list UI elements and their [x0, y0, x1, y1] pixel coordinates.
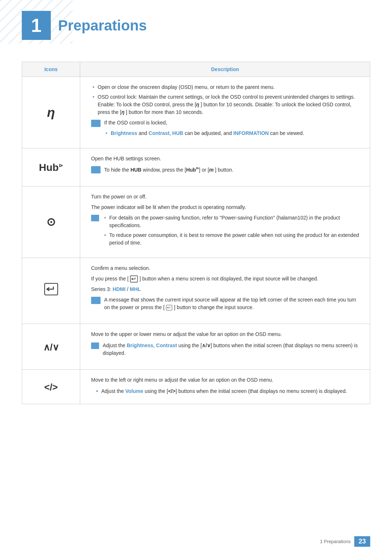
note-text-updown: Adjust the Brightness, Contrast using th…: [103, 342, 359, 357]
col-header-desc: Description: [80, 62, 370, 77]
note-icon-enter: [91, 297, 101, 304]
note-text-enter: A message that shows the current input s…: [104, 296, 359, 311]
table-row: ⊙ Turn the power on or off. The power in…: [22, 186, 370, 258]
desc-cell-updown: Move to the upper or lower menu or adjus…: [80, 324, 370, 369]
footer-text: 1 Preparations: [320, 539, 351, 544]
footer-page-number: 23: [354, 536, 370, 547]
icon-cell-menu: η: [22, 77, 80, 148]
table-row: η Open or close the onscreen display (OS…: [22, 77, 370, 148]
hub-desc-main: Open the HUB settings screen.: [91, 155, 359, 163]
icons-table: Icons Description η Open or close the on…: [22, 62, 370, 404]
note-icon: [91, 120, 101, 127]
list-item: To reduce power consumption, it is best …: [103, 231, 359, 247]
menu-symbol: η: [47, 105, 55, 120]
power-symbol: ⊙: [46, 216, 56, 228]
col-header-icons: Icons: [22, 62, 80, 77]
footer: 1 Preparations 23: [320, 536, 370, 547]
list-item: • Adjust the Volume using the [</>] butt…: [95, 387, 359, 395]
updown-desc-1: Move to the upper or lower menu or adjus…: [91, 331, 359, 338]
leftright-symbol: </>: [44, 382, 58, 393]
power-desc-1: Turn the power on or off.: [91, 193, 359, 201]
note-icon-hub: [91, 166, 101, 173]
updown-symbol: ∧/∨: [43, 342, 58, 353]
list-item: Brightness and Contrast, HUB can be adju…: [104, 130, 359, 137]
power-desc-2: The power indicator will be lit when the…: [91, 204, 359, 211]
leftright-desc-1: Move to the left or right menu or adjust…: [91, 376, 359, 384]
desc-cell-menu: Open or close the onscreen display (OSD)…: [80, 77, 370, 148]
note-content-enter: A message that shows the current input s…: [104, 296, 359, 314]
note-block-power-1: For details on the power-saving function…: [91, 214, 359, 248]
table-row: Confirm a menu selection. If you press t…: [22, 258, 370, 324]
list-item: Open or close the onscreen display (OSD)…: [91, 83, 359, 91]
note-text: If the OSD control is locked,: [104, 119, 359, 127]
main-content: Icons Description η Open or close the on…: [0, 62, 392, 404]
note-block-hub: To hide the HUB window, press the [Hub⊳]…: [91, 165, 359, 177]
note-icon-updown: [91, 342, 99, 349]
note-list: Brightness and Contrast, HUB can be adju…: [104, 130, 359, 137]
chapter-number: 1: [22, 11, 51, 40]
hub-symbol: Hub⊳: [39, 162, 63, 173]
list-item: For details on the power-saving function…: [103, 214, 359, 229]
desc-cell-hub: Open the HUB settings screen. To hide th…: [80, 148, 370, 186]
power-notes: For details on the power-saving function…: [91, 214, 359, 248]
note-block-osd: If the OSD control is locked, Brightness…: [91, 119, 359, 139]
desc-cell-enter: Confirm a menu selection. If you press t…: [80, 258, 370, 324]
icon-cell-enter: [22, 258, 80, 324]
series-label: Series 3: HDMI / MHL: [91, 286, 359, 293]
desc-cell-power: Turn the power on or off. The power indi…: [80, 186, 370, 258]
table-row: ∧/∨ Move to the upper or lower menu or a…: [22, 324, 370, 369]
enter-desc-1: Confirm a menu selection.: [91, 264, 359, 272]
note-content-updown: Adjust the Brightness, Contrast using th…: [103, 342, 359, 360]
icon-cell-updown: ∧/∨: [22, 324, 80, 369]
desc-cell-leftright: Move to the left or right menu or adjust…: [80, 369, 370, 404]
icon-cell-power: ⊙: [22, 186, 80, 258]
leftright-note: • Adjust the Volume using the [</>] butt…: [91, 387, 359, 395]
note-block-updown: Adjust the Brightness, Contrast using th…: [91, 342, 359, 360]
list-item: OSD control lock: Maintain the current s…: [91, 93, 359, 116]
note-content: If the OSD control is locked, Brightness…: [104, 119, 359, 139]
chapter-title: Preparations: [58, 17, 147, 34]
table-row: </> Move to the left or right menu or ad…: [22, 369, 370, 404]
icon-cell-leftright: </>: [22, 369, 80, 404]
table-row: Hub⊳ Open the HUB settings screen. To hi…: [22, 148, 370, 186]
note-block-enter: A message that shows the current input s…: [91, 296, 359, 314]
note-content-hub: To hide the HUB window, press the [Hub⊳]…: [104, 165, 359, 177]
menu-desc-list: Open or close the onscreen display (OSD)…: [91, 83, 359, 116]
enter-desc-2: If you press the [ ] button when a menu …: [91, 275, 359, 283]
chapter-header: 1 Preparations: [0, 0, 392, 51]
enter-symbol: [44, 287, 58, 298]
leftright-note-list: • Adjust the Volume using the [</>] butt…: [95, 387, 359, 395]
note-text-hub: To hide the HUB window, press the [Hub⊳]…: [104, 165, 359, 174]
power-note-list: For details on the power-saving function…: [103, 214, 359, 247]
note-content-power-1: For details on the power-saving function…: [103, 214, 359, 248]
note-icon-power: [91, 215, 99, 221]
icon-cell-hub: Hub⊳: [22, 148, 80, 186]
